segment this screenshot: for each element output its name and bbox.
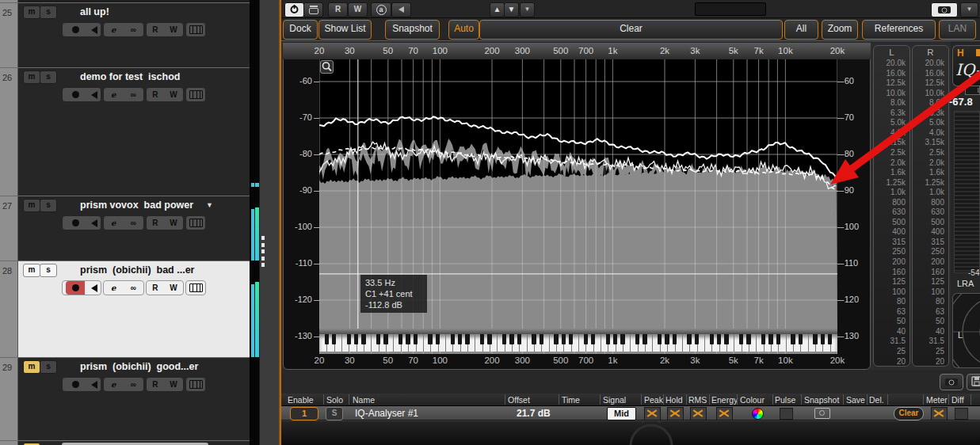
toolbar-button-snapshot[interactable]: Snapshot xyxy=(385,20,440,40)
link-icon[interactable]: ∞ xyxy=(131,282,136,294)
snapshot-camera-button[interactable] xyxy=(940,374,963,390)
mute-button[interactable]: m xyxy=(23,360,40,374)
solo-button[interactable]: s xyxy=(40,360,57,374)
monitor-icon[interactable] xyxy=(91,284,97,292)
edit-icon[interactable]: e xyxy=(111,282,116,294)
lane-display-group[interactable] xyxy=(185,215,206,230)
record-icon[interactable] xyxy=(66,88,85,101)
track-row[interactable]: msprism (obichii) good...ere∞RW xyxy=(18,357,250,440)
record-icon[interactable] xyxy=(66,378,85,391)
power-button[interactable] xyxy=(284,2,304,17)
read-write-group[interactable]: RW xyxy=(146,215,184,230)
analyser-table-row[interactable]: 1 S IQ-Analyser #1 21.7 dB Mid Clear xyxy=(281,406,980,420)
read-write-group[interactable]: RW xyxy=(146,22,184,37)
record-icon[interactable] xyxy=(66,23,85,36)
solo-button[interactable]: s xyxy=(40,70,57,84)
monitor-icon[interactable] xyxy=(91,91,97,99)
hold-checkbox[interactable] xyxy=(667,407,684,420)
read-icon[interactable]: R xyxy=(152,378,158,390)
lane-display-group[interactable] xyxy=(185,22,206,37)
write-icon[interactable]: W xyxy=(170,282,177,294)
read-icon[interactable]: R xyxy=(152,282,158,294)
record-monitor-group[interactable] xyxy=(62,215,101,230)
meter-checkbox[interactable] xyxy=(931,407,948,420)
snapshot-cell-camera-icon[interactable] xyxy=(814,408,830,419)
rms-checkbox[interactable] xyxy=(690,407,707,420)
record-monitor-group[interactable] xyxy=(62,22,101,37)
edit-icon[interactable]: e xyxy=(111,24,116,36)
toolbar-button-references[interactable]: References xyxy=(862,20,936,40)
toolbar-button-lan[interactable]: LAN xyxy=(939,20,976,40)
link-icon[interactable]: ∞ xyxy=(131,217,136,229)
record-monitor-group[interactable] xyxy=(62,377,101,392)
peak-checkbox[interactable] xyxy=(644,407,661,420)
read-icon[interactable]: R xyxy=(152,217,158,229)
monitor-icon[interactable] xyxy=(91,26,97,34)
toolbar-button-zoom[interactable]: Zoom xyxy=(822,20,858,40)
toolbar-button-show-list[interactable]: Show List xyxy=(318,20,372,40)
previous-preset-icon[interactable] xyxy=(391,2,411,17)
edit-icon[interactable]: e xyxy=(111,378,116,390)
preset-field[interactable] xyxy=(695,2,766,16)
lane-display-group[interactable] xyxy=(185,377,206,392)
mute-button[interactable]: m xyxy=(23,70,40,84)
track-row[interactable]: msdemo for test ischode∞RW xyxy=(18,67,250,196)
track-row[interactable]: msall up!e∞RW xyxy=(18,2,250,67)
diff-checkbox[interactable] xyxy=(955,408,968,420)
track-scroll-strip[interactable] xyxy=(259,0,279,445)
solo-button[interactable]: s xyxy=(40,264,57,277)
edit-link-group[interactable]: e∞ xyxy=(103,215,144,230)
track-row[interactable]: msprism (obichii) bad ...ere∞RW xyxy=(18,261,250,357)
read-write-group[interactable]: RW xyxy=(146,377,184,392)
mute-button[interactable]: m xyxy=(23,199,40,212)
edit-icon[interactable]: e xyxy=(111,89,116,101)
edit-icon[interactable]: e xyxy=(111,217,116,229)
piano-keyboard-strip[interactable] xyxy=(319,329,837,354)
snapshot-camera-icon[interactable] xyxy=(931,2,958,17)
toolbar-button-clear[interactable]: Clear xyxy=(479,20,783,40)
write-automation-button[interactable]: W xyxy=(348,2,368,17)
edit-link-group[interactable]: e∞ xyxy=(103,280,144,295)
signal-mid-button[interactable]: Mid xyxy=(607,407,636,420)
record-icon[interactable] xyxy=(66,281,85,295)
record-monitor-group[interactable] xyxy=(62,280,101,295)
lane-display-group[interactable] xyxy=(185,87,206,102)
lane-display-group[interactable] xyxy=(185,280,206,295)
monitor-icon[interactable] xyxy=(91,219,97,227)
mute-button[interactable]: m xyxy=(23,264,40,277)
record-monitor-group[interactable] xyxy=(62,87,101,102)
read-write-group[interactable]: RW xyxy=(146,280,184,295)
mute-button[interactable]: m xyxy=(23,6,40,19)
toolbar-button-auto[interactable]: Auto xyxy=(448,20,479,40)
solo-button[interactable]: S xyxy=(326,407,343,420)
auto-circle-icon[interactable]: a xyxy=(371,2,391,17)
track-row[interactable]: msprism vovox bad power▼e∞RW xyxy=(18,196,250,261)
save-button[interactable] xyxy=(967,374,980,390)
preset-menu-icon[interactable]: ▼ xyxy=(520,2,535,17)
solo-button[interactable]: s xyxy=(40,6,57,19)
preset-down-icon[interactable]: ▼ xyxy=(504,2,519,17)
solo-button[interactable]: s xyxy=(40,199,57,212)
link-icon[interactable]: ∞ xyxy=(131,24,136,36)
link-icon[interactable]: ∞ xyxy=(131,378,136,390)
clear-row-button[interactable]: Clear xyxy=(894,407,924,420)
record-icon[interactable] xyxy=(66,216,85,230)
window-menu-icon[interactable]: ▼ xyxy=(960,2,978,17)
magnifier-icon[interactable] xyxy=(320,60,334,74)
write-icon[interactable]: W xyxy=(170,217,177,229)
read-icon[interactable]: R xyxy=(152,24,158,36)
track-name-dropdown-icon[interactable]: ▼ xyxy=(206,201,213,209)
link-icon[interactable]: ∞ xyxy=(131,89,136,101)
toolbar-button-all[interactable]: All xyxy=(784,20,818,40)
write-icon[interactable]: W xyxy=(170,378,177,390)
energy-checkbox[interactable] xyxy=(716,407,733,420)
edit-link-group[interactable]: e∞ xyxy=(103,377,144,392)
toolbar-button-dock[interactable]: Dock xyxy=(283,20,318,40)
track-row-partial[interactable] xyxy=(18,441,250,445)
edit-link-group[interactable]: e∞ xyxy=(103,22,144,37)
write-icon[interactable]: W xyxy=(170,24,177,36)
meter-mode-box[interactable]: I xyxy=(965,86,980,95)
write-icon[interactable]: W xyxy=(170,89,177,101)
preset-up-icon[interactable]: ▲ xyxy=(490,2,505,17)
enable-button[interactable]: 1 xyxy=(290,407,318,420)
